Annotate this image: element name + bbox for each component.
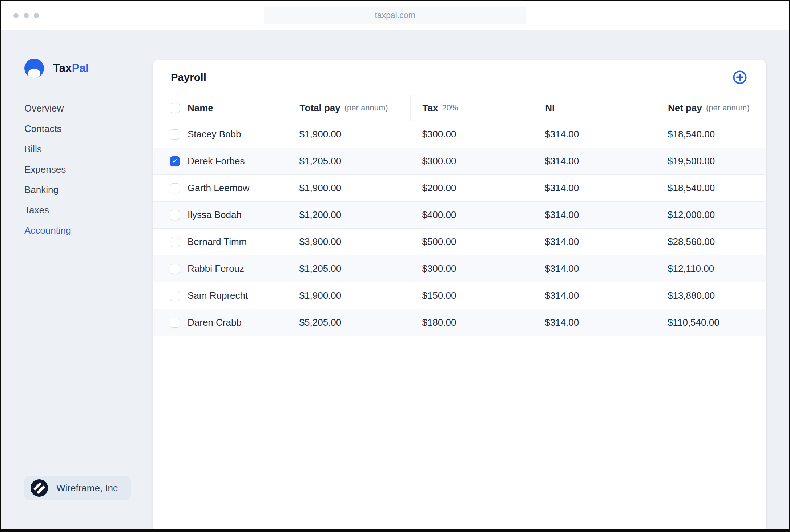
add-payroll-entry-button[interactable] (731, 69, 748, 86)
total-pay-cell: $1,200.00 (288, 202, 411, 228)
row-checkbox[interactable] (170, 237, 180, 247)
row-checkbox[interactable] (170, 318, 180, 328)
payroll-card: Payroll Name Total pay (153, 60, 766, 529)
window-control-dot[interactable] (24, 13, 29, 18)
ni-cell: $314.00 (533, 121, 656, 148)
ni-cell: $314.00 (533, 255, 656, 282)
table-row: Daren Crabb $5,205.00 $180.00 $314.00 $1… (153, 309, 766, 336)
table-row: Derek Forbes $1,205.00 $300.00 $314.00 $… (153, 148, 766, 175)
employee-name: Rabbi Ferouz (188, 263, 244, 274)
name-cell: Sam Ruprecht (153, 282, 288, 309)
ni-cell: $314.00 (533, 148, 656, 174)
tax-cell: $150.00 (410, 282, 533, 309)
name-cell: Derek Forbes (153, 148, 288, 174)
ni-cell: $314.00 (533, 202, 656, 228)
employee-name: Ilyssa Bodah (188, 209, 242, 221)
table-row: Sam Ruprecht $1,900.00 $150.00 $314.00 $… (153, 282, 766, 309)
net-pay-cell: $28,560.00 (656, 229, 766, 255)
sidebar-item-bills[interactable]: Bills (24, 144, 42, 154)
table-row: Bernard Timm $3,900.00 $500.00 $314.00 $… (153, 229, 766, 255)
employee-name: Garth Leemow (188, 182, 250, 194)
organization-badge[interactable]: Wireframe, Inc (24, 476, 131, 500)
column-header-label: NI (545, 102, 555, 114)
ni-cell: $314.00 (533, 309, 656, 336)
name-cell: Bernard Timm (153, 229, 288, 255)
card-header: Payroll (153, 60, 766, 95)
total-pay-cell: $1,205.00 (288, 255, 411, 282)
sidebar-item-taxes[interactable]: Taxes (24, 205, 49, 215)
net-pay-cell: $110,540.00 (656, 309, 766, 336)
app-name-secondary: Pal (72, 62, 89, 74)
organization-name: Wireframe, Inc (56, 483, 118, 494)
table-row: Garth Leemow $1,900.00 $200.00 $314.00 $… (153, 175, 766, 202)
window-control-dot[interactable] (34, 13, 39, 18)
employee-name: Derek Forbes (188, 156, 245, 167)
employee-name: Stacey Bobb (188, 129, 241, 140)
ni-cell: $314.00 (533, 229, 656, 255)
wireframe-logo-icon (31, 479, 48, 497)
name-cell: Stacey Bobb (153, 121, 288, 148)
total-pay-cell: $1,900.00 (288, 175, 411, 201)
ni-cell: $314.00 (533, 282, 656, 309)
column-header-sub: 20% (442, 103, 458, 113)
app-name-primary: Tax (53, 62, 72, 74)
sidebar-item-contacts[interactable]: Contacts (24, 124, 62, 133)
row-checkbox[interactable] (170, 156, 180, 166)
column-header-sub: (per annum) (344, 103, 388, 113)
net-pay-cell: $13,880.00 (656, 282, 766, 309)
column-header-label: Name (188, 102, 213, 114)
row-checkbox[interactable] (170, 183, 180, 193)
window-controls (13, 1, 39, 30)
address-bar-url: taxpal.com (375, 11, 415, 20)
net-pay-cell: $19,500.00 (656, 148, 766, 174)
sidebar-item-overview[interactable]: Overview (24, 104, 64, 113)
table-header-row: Name Total pay (per annum) Tax 20% NI Ne (153, 95, 766, 121)
tax-cell: $180.00 (410, 309, 533, 336)
sidebar-nav: OverviewContactsBillsExpensesBankingTaxe… (24, 104, 153, 235)
workspace: TaxPal OverviewContactsBillsExpensesBank… (1, 30, 789, 529)
plus-circle-icon (732, 70, 747, 85)
sidebar: TaxPal OverviewContactsBillsExpensesBank… (1, 30, 153, 529)
table-row: Stacey Bobb $1,900.00 $300.00 $314.00 $1… (153, 121, 766, 148)
page-title: Payroll (171, 72, 206, 84)
app-logo: TaxPal (24, 59, 153, 78)
net-pay-cell: $18,540.00 (656, 121, 766, 148)
name-cell: Rabbi Ferouz (153, 255, 288, 282)
employee-name: Daren Crabb (188, 317, 242, 328)
window-control-dot[interactable] (13, 13, 19, 18)
row-checkbox[interactable] (170, 291, 180, 301)
address-bar[interactable]: taxpal.com (264, 7, 526, 24)
table-row: Ilyssa Bodah $1,200.00 $400.00 $314.00 $… (153, 202, 766, 229)
total-pay-cell: $5,205.00 (288, 309, 411, 336)
payroll-table: Name Total pay (per annum) Tax 20% NI Ne (153, 95, 766, 336)
column-header-total-pay: Total pay (per annum) (288, 95, 411, 121)
column-header-tax: Tax 20% (410, 95, 533, 121)
table-row: Rabbi Ferouz $1,205.00 $300.00 $314.00 $… (153, 255, 766, 282)
column-header-sub: (per annum) (706, 103, 750, 113)
tax-cell: $200.00 (410, 175, 533, 201)
column-header-label: Net pay (668, 102, 702, 114)
select-all-checkbox[interactable] (170, 103, 180, 113)
column-header-label: Total pay (300, 102, 340, 114)
row-checkbox[interactable] (170, 129, 180, 140)
taxpal-logo-icon (24, 59, 44, 78)
column-header-net-pay: Net pay (per annum) (656, 95, 766, 121)
row-checkbox[interactable] (170, 210, 180, 220)
employee-name: Sam Ruprecht (188, 290, 248, 301)
row-checkbox[interactable] (170, 264, 180, 274)
net-pay-cell: $12,000.00 (656, 202, 766, 228)
sidebar-item-expenses[interactable]: Expenses (24, 165, 66, 174)
sidebar-item-accounting[interactable]: Accounting (24, 226, 71, 235)
net-pay-cell: $18,540.00 (656, 175, 766, 201)
browser-chrome: taxpal.com (1, 1, 789, 30)
app-name: TaxPal (53, 62, 89, 75)
column-header-name: Name (153, 95, 288, 121)
tax-cell: $300.00 (410, 148, 533, 174)
name-cell: Daren Crabb (153, 309, 288, 336)
total-pay-cell: $1,900.00 (288, 121, 411, 148)
app-window: taxpal.com TaxPal OverviewContactsBillsE… (0, 0, 790, 532)
column-header-ni: NI (533, 95, 656, 121)
tax-cell: $300.00 (410, 255, 533, 282)
total-pay-cell: $1,205.00 (288, 148, 411, 174)
sidebar-item-banking[interactable]: Banking (24, 185, 59, 194)
